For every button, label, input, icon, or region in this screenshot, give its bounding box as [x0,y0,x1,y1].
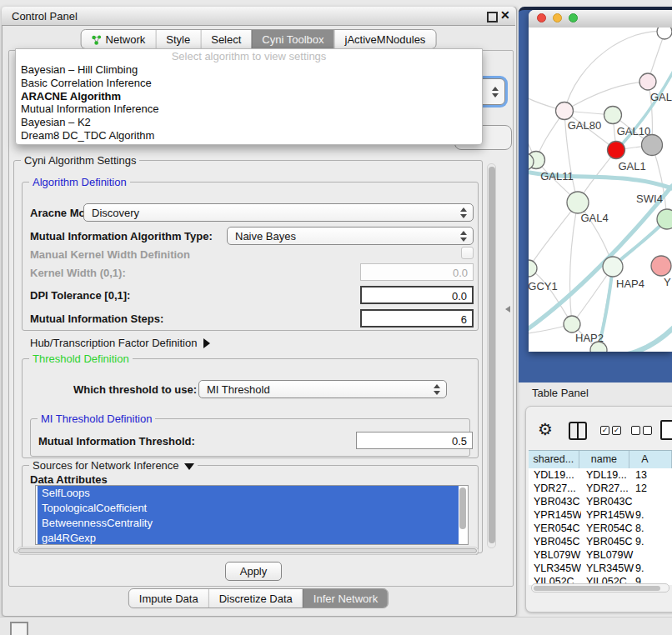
attribute-item[interactable]: BetweennessCentrality [38,516,459,531]
node-partial-top[interactable] [657,28,672,39]
select-all-checkbox-icon[interactable]: ✓ [612,426,621,435]
node-GAL10-label: GAL10 [617,125,650,138]
node-GAL1-label: GAL1 [618,160,645,172]
which-threshold-value: MI Threshold [207,383,270,396]
table-cell: 8. [634,522,672,535]
table-column-header[interactable]: name [579,451,630,469]
table-hscrollbar-thumb[interactable] [534,586,660,591]
splitter-handle-icon[interactable] [505,306,510,312]
node-HAP2[interactable] [564,316,580,332]
tab-infer-network[interactable]: Infer Network [303,589,388,608]
table-hscrollbar[interactable] [531,583,669,592]
table-row[interactable]: YLR345WYLR345W9. [529,562,672,575]
tab-jactivemnodules[interactable]: jActiveMNodules [334,30,436,49]
table-header-row: shared...nameA [529,450,672,470]
settings-hscrollbar[interactable] [17,547,479,555]
close-icon[interactable]: ✕ [500,8,510,22]
table-row[interactable]: YBL079WYBL079W [529,548,672,562]
window-close-traffic-icon[interactable] [537,13,546,22]
mi-threshold-field[interactable]: 0.5 [356,432,473,449]
table-column-header[interactable]: shared... [529,451,579,469]
node-GAL4[interactable] [567,192,589,213]
control-panel-tabs: NetworkStyleSelectCyni ToolboxjActiveMNo… [81,29,437,49]
algorithm-definition-title: Algorithm Definition [29,176,130,188]
table-row[interactable]: YDR27...YDR27...12 [529,482,672,495]
stepper-arrows-icon [460,208,467,218]
select-all-checkbox-icon[interactable]: ✓ [600,426,609,435]
minimized-panel-icon[interactable] [10,622,28,635]
table-cell: YDL19... [581,468,634,482]
tab-network[interactable]: Network [82,30,156,49]
apply-button[interactable]: Apply [225,562,282,581]
node-HAP4[interactable] [603,257,623,277]
tab-discretize-data[interactable]: Discretize Data [208,589,303,608]
cyni-bottom-tabs: Impute DataDiscretize DataInfer Network [128,588,389,608]
algorithm-option[interactable]: Dream8 DC_TDC Algorithm [16,129,482,142]
table-row[interactable]: YPR145WYPR145W9. [529,508,672,522]
manual-kernel-checkbox[interactable] [461,247,474,259]
algorithm-option[interactable]: Mutual Information Inference [16,102,482,116]
network-window-titlebar[interactable] [529,10,672,28]
node-gray[interactable] [642,135,663,156]
node-GAL10[interactable] [604,107,622,124]
control-panel-titlebar[interactable] [2,7,515,26]
columns-icon[interactable] [569,422,587,440]
node-Y-salmon-label: Y [664,276,671,288]
table-cell: YDR27... [581,482,634,495]
tab-style[interactable]: Style [155,30,200,49]
table-row[interactable]: YBR045CYBR045C9. [529,535,672,548]
table-cell: YLR345W [581,562,634,575]
attribute-item[interactable]: TopologicalCoefficient [38,501,459,516]
network-canvas[interactable]: GALGAL80GAL10GAL1GAL11SWI4GAL4HAP4YGCY1H… [529,28,672,352]
list-scrollbar-thumb[interactable] [459,488,466,529]
table-column-header[interactable]: A [629,451,672,469]
node-SWI4[interactable] [657,209,672,229]
vscrollbar-thumb[interactable] [489,167,495,543]
node-GCY1[interactable] [529,260,537,277]
data-attributes-list[interactable]: SelfLoopsTopologicalCoefficientBetweenne… [35,485,469,545]
gear-icon[interactable]: ⚙ [538,419,553,439]
hscrollbar-thumb[interactable] [18,548,477,553]
tab-label: Network [106,33,146,46]
tab-impute-data[interactable]: Impute Data [129,589,208,608]
tab-label: Select [211,33,241,46]
attribute-item[interactable]: SelfLoops [38,486,459,501]
network-edge [564,82,648,111]
which-threshold-select[interactable]: MI Threshold [198,380,447,398]
table-cell: YPR145W [581,508,634,522]
settings-vscrollbar[interactable] [487,163,496,548]
node-Y-salmon[interactable] [651,256,671,276]
mi-steps-field[interactable]: 6 [360,309,474,328]
table-cell: 9. [634,508,672,522]
node-gal-pink[interactable] [639,73,656,90]
float-window-icon[interactable] [487,12,498,22]
clear-selection-checkbox-icon[interactable] [643,426,652,435]
window-zoom-traffic-icon[interactable] [569,13,578,22]
table-row[interactable]: YBR043CYBR043C [529,495,672,508]
window-minimize-traffic-icon[interactable] [553,13,562,22]
status-strip [0,617,672,635]
table-row[interactable]: YDL19...YDL19...13 [529,468,672,482]
algorithm-option[interactable]: ARACNE Algorithm [16,90,482,103]
mi-algorithm-type-select[interactable]: Naive Bayes [227,227,474,245]
kernel-width-field[interactable]: 0.0 [360,263,474,281]
clear-selection-checkbox-icon[interactable] [631,426,640,435]
tab-select[interactable]: Select [200,30,251,49]
tab-cyni-toolbox[interactable]: Cyni Toolbox [251,30,333,49]
algorithm-option[interactable]: Basic Correlation Inference [16,77,482,90]
attribute-item[interactable]: gal4RGexp [38,531,459,545]
hub-definition-expander[interactable]: Hub/Transcription Factor Definition [30,338,210,349]
algorithm-option[interactable]: Bayesian – K2 [16,116,482,129]
dpi-tolerance-field[interactable]: 0.0 [360,286,474,304]
which-threshold-label: Which threshold to use: [73,384,197,396]
hub-definition-label: Hub/Transcription Factor Definition [30,337,197,349]
node-GAL1[interactable] [608,142,625,159]
kernel-width-label: Kernel Width (0,1): [30,268,126,279]
aracne-mode-select[interactable]: Discovery [83,203,474,222]
node-GAL80[interactable] [556,102,574,120]
table-cell: YLR345W [529,562,581,575]
table-row[interactable]: YER054CYER054C8. [529,522,672,535]
algorithm-option[interactable]: Bayesian – Hill Climbing [16,63,482,77]
file-icon[interactable] [660,420,672,440]
stepper-arrows-icon [460,231,467,242]
